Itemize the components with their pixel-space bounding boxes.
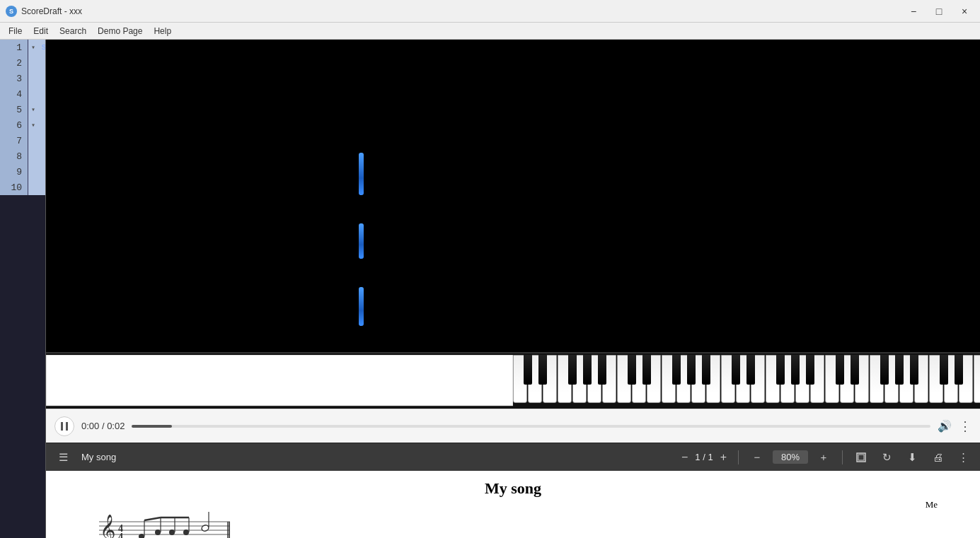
close-button[interactable]: × [955,4,974,18]
svg-point-23 [201,525,209,532]
code-line-1: 1 ▾ score: [0,40,45,55]
app-icon: S [6,6,17,17]
code-lines: 1 ▾ score: 2 title: My song 3 composer: … [0,40,45,538]
hamburger-menu-button[interactable]: ☰ [53,448,73,467]
piano-keyboard [46,352,980,409]
zoom-in-button[interactable]: + [814,448,834,467]
minimize-button[interactable]: − [904,4,923,18]
menu-edit[interactable]: Edit [28,25,54,37]
prev-page-button[interactable]: − [679,450,691,465]
menu-search[interactable]: Search [54,25,92,37]
fold-indicator [28,164,38,180]
fold-indicator [28,86,38,102]
black-key[interactable] [687,355,696,385]
piano-keys-svg [46,355,513,409]
code-line-2: 2 title: My song [0,55,45,71]
zoom-display: 80% [773,450,808,464]
line-text: composer: Me [38,71,46,86]
pause-icon [60,421,69,431]
code-line-6: 6 ▾ - relative: c' [0,117,45,133]
code-editor[interactable]: 1 ▾ score: 2 title: My song 3 composer: … [0,40,46,538]
falling-note-1 [359,153,364,195]
progress-bar[interactable] [132,425,930,428]
black-key[interactable] [836,355,844,385]
svg-point-20 [183,530,189,535]
white-key[interactable] [974,355,980,403]
code-line-3: 3 composer: Me [0,71,45,86]
fit-page-button[interactable] [851,448,871,467]
svg-point-18 [169,530,175,535]
black-key[interactable] [732,355,740,385]
menu-demo-page[interactable]: Demo Page [92,25,148,37]
black-key[interactable] [955,355,963,385]
line-number: 6 [0,117,28,133]
black-key[interactable] [524,355,532,385]
menu-file[interactable]: File [3,25,28,37]
black-key[interactable] [910,355,918,385]
line-number: 4 [0,86,28,102]
svg-rect-1 [61,422,63,431]
sheet-title: My song [60,471,966,498]
black-key[interactable] [568,355,577,385]
fold-indicator [28,71,38,86]
black-key[interactable] [791,355,800,385]
fold-indicator[interactable]: ▾ [28,102,38,117]
zoom-out-button[interactable]: − [747,448,767,467]
black-key[interactable] [628,355,636,385]
rotate-button[interactable]: ↻ [877,448,897,467]
svg-rect-0 [46,355,513,406]
fold-indicator [28,55,38,71]
fold-indicator[interactable]: ▾ [28,117,38,133]
black-key[interactable] [880,355,889,385]
black-key[interactable] [895,355,904,385]
more-pdf-options-button[interactable]: ⋮ [953,448,973,467]
code-line-8: 8 content: | [0,148,45,164]
play-pause-button[interactable] [54,416,74,436]
pdf-toolbar: ☰ My song − 1 / 1 + − 80% + ↻ ⬇ 🖨 ⋮ [46,443,980,471]
more-options-button[interactable]: ⋮ [959,419,972,434]
line-text [38,180,46,195]
line-text: instrument: KarplusStrongInstrument() [38,133,46,148]
black-key[interactable] [583,355,592,385]
menu-help[interactable]: Help [148,25,177,37]
staff-container: 𝄞 4 4 [60,510,966,538]
svg-point-15 [155,530,161,535]
fold-indicator[interactable]: ▾ [28,40,38,55]
svg-text:𝄞: 𝄞 [100,514,115,538]
black-key[interactable] [776,355,785,385]
svg-rect-2 [66,422,68,431]
line-text: title: My song [38,55,46,71]
time-display: 0:00 / 0:02 [81,421,125,431]
svg-text:4: 4 [118,532,123,538]
maximize-button[interactable]: □ [929,4,949,18]
keys-container [513,355,980,403]
menu-bar: File Edit Search Demo Page Help [0,23,980,40]
black-key[interactable] [806,355,814,385]
progress-fill [132,425,171,428]
next-page-button[interactable]: + [717,450,730,465]
staff-svg: 𝄞 4 4 [88,512,230,538]
black-key[interactable] [746,355,755,385]
line-text: tempo: 120 [38,86,46,102]
line-number: 3 [0,71,28,86]
code-line-10: 10 [0,180,45,195]
audio-controls: 0:00 / 0:02 🔊 ⋮ [46,409,980,443]
sheet-composer: Me [60,498,966,510]
line-number: 9 [0,164,28,180]
black-key[interactable] [538,355,547,385]
volume-button[interactable]: 🔊 [938,419,952,433]
black-key[interactable] [672,355,681,385]
right-panel: 0:00 / 0:02 🔊 ⋮ ☰ My song − 1 / 1 + − 80… [46,40,980,538]
line-number: 5 [0,102,28,117]
print-button[interactable]: 🖨 [928,448,947,467]
fold-indicator [28,133,38,148]
page-navigation: − 1 / 1 + [679,450,730,465]
black-key[interactable] [940,355,948,385]
black-key[interactable] [851,355,859,385]
black-key[interactable] [702,355,710,385]
black-key[interactable] [598,355,606,385]
download-button[interactable]: ⬇ [902,448,922,467]
page-display: 1 / 1 [695,452,713,462]
window-controls: − □ × [904,4,974,18]
black-key[interactable] [642,355,651,385]
